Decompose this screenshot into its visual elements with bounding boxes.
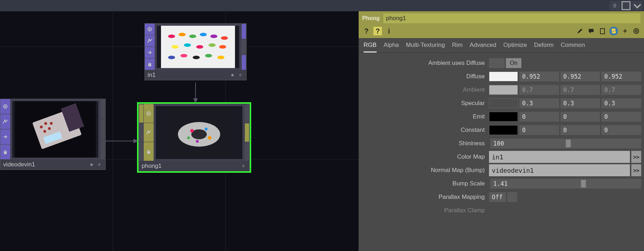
color-swatch[interactable]: [489, 112, 518, 122]
plus-icon[interactable]: +: [240, 163, 247, 169]
target-icon[interactable]: [632, 27, 640, 35]
value-r[interactable]: 0: [519, 125, 559, 135]
operator-name-input[interactable]: [383, 13, 640, 23]
goto-button[interactable]: >>: [631, 151, 641, 163]
value-b[interactable]: 0.952: [601, 72, 641, 81]
svg-point-47: [634, 29, 639, 33]
viewer-flag-icon[interactable]: [0, 99, 10, 114]
value-r[interactable]: 0.952: [519, 72, 559, 81]
node-in1[interactable]: in1 ●+: [144, 23, 247, 80]
tab-rgb[interactable]: RGB: [364, 42, 377, 53]
color-swatch[interactable]: [489, 85, 518, 95]
svg-marker-44: [194, 99, 197, 102]
node-label: videodevin1: [3, 161, 35, 168]
value-g[interactable]: 0.7: [561, 85, 600, 95]
color-swatch[interactable]: [489, 125, 518, 135]
svg-point-15: [219, 45, 226, 49]
bypass-flag-icon[interactable]: [144, 123, 154, 142]
titlebar-maximize-button[interactable]: [621, 1, 631, 10]
svg-rect-23: [4, 152, 7, 154]
bypass-flag-icon[interactable]: [0, 114, 10, 129]
plus-icon[interactable]: +: [621, 27, 629, 35]
param-label: Parallax Clamp: [359, 207, 489, 214]
svg-rect-35: [147, 152, 150, 154]
plus-icon[interactable]: +: [237, 72, 243, 78]
value-r[interactable]: 0.7: [519, 85, 559, 95]
value-b[interactable]: 0: [601, 125, 641, 135]
svg-point-18: [193, 56, 200, 59]
node-phong1[interactable]: phong1 +: [138, 104, 250, 171]
svg-point-9: [210, 35, 217, 38]
panel-toolbar: ? ? i +: [359, 25, 644, 38]
node-preview: [12, 101, 98, 158]
svg-rect-3: [148, 64, 151, 66]
network-editor[interactable]: in1 ●+: [0, 11, 359, 251]
value-g[interactable]: 0: [561, 112, 600, 122]
arrow-right-icon[interactable]: [145, 47, 155, 59]
bump-scale-slider[interactable]: 1.41: [490, 179, 641, 189]
normal-map-field[interactable]: videodevin1: [489, 164, 630, 176]
dot-icon[interactable]: ●: [229, 72, 236, 78]
svg-rect-0: [622, 2, 630, 10]
value-g[interactable]: 0: [561, 125, 600, 135]
color-map-field[interactable]: in1: [489, 151, 630, 163]
pencil-icon[interactable]: [576, 27, 584, 35]
lock-icon[interactable]: [145, 59, 155, 70]
value-b[interactable]: 0.3: [601, 98, 641, 108]
svg-point-16: [168, 56, 175, 59]
tab-rim[interactable]: Rim: [452, 42, 463, 53]
lock-icon[interactable]: [144, 142, 154, 161]
titlebar-zero-button[interactable]: 0: [609, 1, 620, 10]
operator-type: Phong: [362, 15, 380, 22]
python-icon[interactable]: [609, 27, 618, 35]
comment-icon[interactable]: [587, 27, 595, 35]
value-b[interactable]: 0.7: [601, 85, 641, 95]
svg-point-19: [205, 54, 212, 57]
parallax-value[interactable]: Off: [489, 192, 506, 202]
shininess-slider[interactable]: 100: [490, 139, 641, 148]
color-swatch[interactable]: [489, 98, 518, 108]
viewer-flag-icon[interactable]: [145, 24, 155, 35]
svg-point-48: [635, 30, 637, 32]
tab-common[interactable]: Common: [561, 42, 585, 53]
node-label: phong1: [142, 163, 162, 170]
help-wiki-icon[interactable]: ?: [373, 27, 382, 35]
param-label: Shininess: [359, 140, 489, 147]
svg-point-10: [221, 36, 228, 40]
title-bar: 0: [0, 0, 644, 11]
value-r[interactable]: 0.3: [519, 98, 559, 108]
titlebar-collapse-button[interactable]: [632, 1, 643, 10]
value-b[interactable]: 0: [601, 112, 641, 122]
tab-deform[interactable]: Deform: [534, 42, 554, 53]
param-label: Emit: [359, 113, 489, 120]
arrow-right-icon[interactable]: [0, 129, 10, 145]
value-g[interactable]: 0.3: [561, 98, 600, 108]
param-list: Ambient uses Diffuse On Diffuse 0.952 0.…: [359, 53, 644, 251]
viewer-flag-icon[interactable]: [144, 104, 154, 123]
tab-advanced[interactable]: Advanced: [470, 42, 496, 53]
bypass-flag-icon[interactable]: [145, 35, 155, 47]
value-g[interactable]: 0.952: [561, 72, 600, 81]
toggle-knob[interactable]: [489, 58, 504, 68]
svg-point-42: [208, 136, 211, 140]
goto-button[interactable]: >>: [631, 164, 641, 176]
tab-alpha[interactable]: Alpha: [384, 42, 399, 53]
param-label: Parallax Mapping: [359, 194, 489, 201]
parameter-panel: Phong ? ? i + RGB Alpha Multi-Texturing …: [359, 11, 644, 251]
toggle-on[interactable]: On: [506, 58, 521, 68]
param-label: Constant: [359, 127, 489, 134]
node-videodevin1[interactable]: videodevin1 ●+: [0, 99, 106, 170]
color-swatch[interactable]: [489, 72, 518, 81]
dot-icon[interactable]: ●: [88, 161, 95, 168]
tab-multi-texturing[interactable]: Multi-Texturing: [406, 42, 445, 53]
svg-point-6: [179, 33, 186, 36]
info-icon[interactable]: i: [385, 27, 393, 35]
lock-icon[interactable]: [0, 145, 10, 160]
param-label: Ambient uses Diffuse: [359, 60, 489, 67]
toggle-knob[interactable]: [507, 192, 517, 202]
tab-optimize[interactable]: Optimize: [503, 42, 527, 53]
plus-icon[interactable]: +: [96, 161, 103, 168]
help-icon[interactable]: ?: [362, 27, 371, 35]
value-r[interactable]: 0: [519, 112, 559, 122]
clipboard-icon[interactable]: [598, 27, 607, 35]
